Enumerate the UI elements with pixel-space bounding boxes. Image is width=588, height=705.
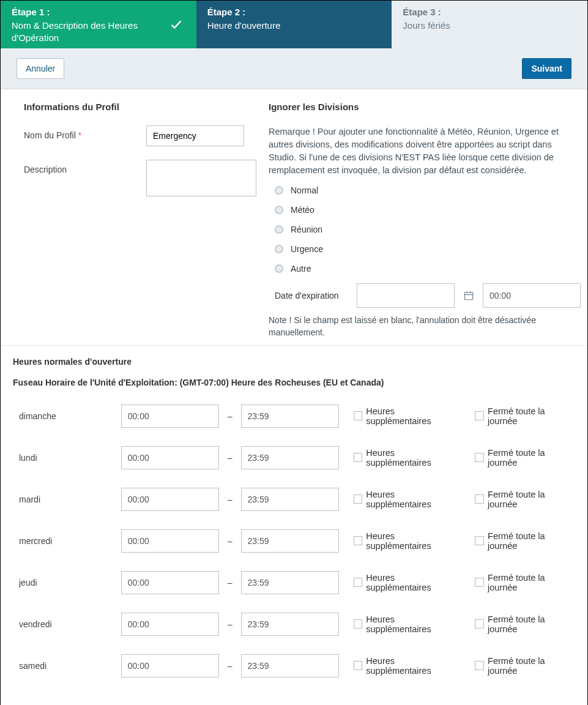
step-1-title: Nom & Description des Heures d'Opération [12,20,185,43]
expiration-label: Date d'expiration [275,291,348,300]
radio-icon [275,186,283,195]
radio-meteo[interactable]: Météo [275,205,581,215]
closed-all-day-checkbox[interactable]: Fermé toute la journée [475,573,575,592]
start-time-input[interactable] [121,446,219,469]
extra-hours-checkbox[interactable]: Heures supplémentaires [354,448,461,468]
expiration-date-input[interactable] [357,283,455,308]
svg-rect-0 [464,293,473,300]
extra-hours-checkbox[interactable]: Heures supplémentaires [354,406,461,426]
start-time-input[interactable] [121,405,219,428]
day-row-dimanche: dimanche–Heures supplémentairesFermé tou… [13,405,575,428]
radio-urgence[interactable]: Urgence [275,244,581,254]
checkbox-icon [475,619,484,629]
cancel-button[interactable]: Annuler [17,58,64,79]
wizard-steps: Étape 1 : Nom & Description des Heures d… [1,1,587,48]
day-row-vendredi: vendredi–Heures supplémentairesFermé tou… [13,613,575,636]
end-time-input[interactable] [241,488,339,511]
description-label: Description [24,160,146,174]
checkbox-icon [354,578,363,587]
radio-autre[interactable]: Autre [275,264,581,274]
profile-name-input[interactable] [146,125,244,146]
step-1-label: Étape 1 : [12,7,185,17]
step-2[interactable]: Étape 2 : Heure d'ouverture [196,1,392,48]
closed-all-day-checkbox[interactable]: Fermé toute la journée [475,656,575,676]
dash: – [228,619,233,629]
check-icon [169,18,183,31]
day-name: mardi [19,494,121,504]
end-time-input[interactable] [241,529,339,553]
closed-all-day-checkbox[interactable]: Fermé toute la journée [475,531,575,551]
next-button[interactable]: Suivant [522,58,571,79]
override-column: Ignorer les Divisions Remarque ! Pour aj… [269,98,581,339]
day-row-lundi: lundi–Heures supplémentairesFermé toute … [13,446,575,469]
checkbox-icon [354,411,363,420]
extra-hours-checkbox[interactable]: Heures supplémentaires [354,614,461,634]
closed-all-day-checkbox[interactable]: Fermé toute la journée [475,490,575,509]
step-3[interactable]: Étape 3 : Jours fériés [392,1,587,48]
checkbox-icon [354,453,363,462]
extra-hours-checkbox[interactable]: Heures supplémentaires [354,531,461,551]
override-footnote: Note ! Si le champ est laissé en blanc, … [269,314,581,339]
start-time-input[interactable] [121,613,219,636]
radio-reunion[interactable]: Réunion [275,225,581,234]
profile-column: Informations du Profil Nom du Profil* De… [24,98,256,339]
start-time-input[interactable] [121,654,219,677]
profile-section-title: Informations du Profil [24,102,256,112]
day-name: vendredi [19,619,121,629]
end-time-input[interactable] [241,613,339,636]
day-name: samedi [19,661,121,671]
end-time-input[interactable] [241,446,339,469]
checkbox-icon [475,494,484,504]
start-time-input[interactable] [121,488,219,511]
description-input[interactable] [146,160,256,196]
start-time-input[interactable] [121,529,219,553]
day-name: dimanche [19,411,121,421]
checkbox-icon [475,453,484,462]
timezone-label: Fuseau Horaire de l'Unité d'Exploitation… [13,378,575,387]
extra-hours-checkbox[interactable]: Heures supplémentaires [354,656,461,676]
radio-normal[interactable]: Normal [275,185,581,195]
radio-icon [275,264,283,273]
step-3-title: Jours fériés [403,20,576,32]
radio-icon [275,245,283,253]
extra-hours-checkbox[interactable]: Heures supplémentaires [354,573,461,592]
day-row-jeudi: jeudi–Heures supplémentairesFermé toute … [13,571,575,594]
calendar-icon[interactable] [463,290,474,301]
checkbox-icon [475,578,484,587]
day-name: lundi [19,453,121,463]
closed-all-day-checkbox[interactable]: Fermé toute la journée [475,614,575,634]
expiration-time-input[interactable] [483,283,581,308]
checkbox-icon [354,661,363,670]
radio-icon [275,225,283,234]
extra-hours-checkbox[interactable]: Heures supplémentaires [354,490,461,509]
end-time-input[interactable] [241,654,339,677]
hours-section: Heures normales d'ouverture Fuseau Horai… [1,345,587,705]
dash: – [228,536,233,546]
checkbox-icon [475,536,484,545]
start-time-input[interactable] [121,571,219,594]
end-time-input[interactable] [241,571,339,594]
end-time-input[interactable] [241,405,339,428]
override-radio-group: Normal Météo Réunion Urgence Autre [275,185,581,274]
checkbox-icon [475,661,484,670]
checkbox-icon [354,494,363,504]
dash: – [228,411,233,421]
override-note: Remarque ! Pour ajouter une fonctionnali… [269,125,581,177]
override-section-title: Ignorer les Divisions [269,102,581,112]
closed-all-day-checkbox[interactable]: Fermé toute la journée [475,406,575,426]
step-2-label: Étape 2 : [207,7,381,17]
hours-title: Heures normales d'ouverture [13,357,575,367]
dash: – [228,494,233,504]
day-row-mercredi: mercredi–Heures supplémentairesFermé tou… [13,529,575,553]
dash: – [228,661,233,671]
step-1[interactable]: Étape 1 : Nom & Description des Heures d… [1,1,196,48]
dash: – [228,578,233,588]
action-bar: Annuler Suivant [1,48,587,89]
checkbox-icon [354,619,363,629]
day-row-samedi: samedi–Heures supplémentairesFermé toute… [13,654,575,677]
profile-name-label: Nom du Profil* [24,125,146,140]
step-2-title: Heure d'ouverture [207,20,381,32]
day-row-mardi: mardi–Heures supplémentairesFermé toute … [13,488,575,511]
closed-all-day-checkbox[interactable]: Fermé toute la journée [475,448,575,468]
day-name: mercredi [19,536,121,546]
